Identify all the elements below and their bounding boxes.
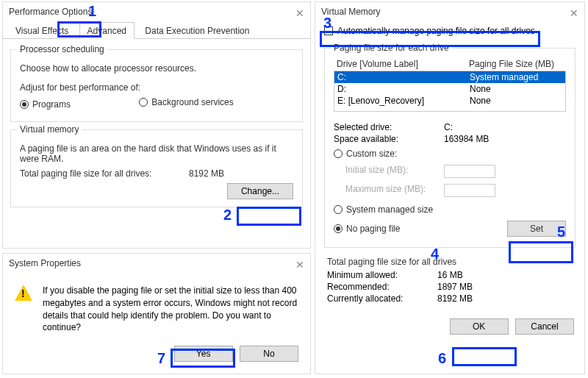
virtual-memory-group: Virtual memory A paging file is an area … (10, 129, 303, 207)
radio-programs[interactable]: Programs (20, 99, 71, 110)
system-managed-label: System managed size (346, 204, 433, 215)
radio-bg-label: Background services (151, 97, 233, 107)
drive-size: System managed (470, 72, 562, 82)
no-paging-label: No paging file (346, 224, 400, 234)
recommended-value: 1897 MB (437, 282, 473, 292)
head-drive: Drive [Volume Label] (337, 59, 469, 69)
perf-title: Performance Options (9, 7, 92, 17)
warning-icon (15, 285, 32, 334)
system-properties-dialog: System Properties ✕ If you disable the p… (2, 253, 311, 374)
drive-size: None (470, 96, 562, 106)
min-allowed-label: Minimum allowed: (327, 270, 437, 280)
close-icon[interactable]: ✕ (295, 255, 304, 274)
tab-visual-effects[interactable]: Visual Effects (7, 22, 76, 39)
processor-scheduling-group: Processor scheduling Choose how to alloc… (10, 49, 303, 122)
set-button[interactable]: Set (507, 221, 566, 237)
maximum-size-input (444, 184, 495, 197)
radio-custom-size[interactable]: Custom size: (334, 149, 397, 159)
sysprop-titlebar: System Properties ✕ (3, 254, 310, 273)
proc-desc: Choose how to allocate processor resourc… (20, 63, 293, 74)
radio-programs-label: Programs (32, 99, 71, 110)
currently-allocated-label: Currently allocated: (327, 293, 437, 304)
proc-adjust: Adjust for best performance of: (20, 82, 293, 93)
tab-advanced[interactable]: Advanced (79, 22, 135, 39)
auto-manage-label: Automatically manage paging file size fo… (337, 26, 535, 36)
tab-dep[interactable]: Data Execution Prevention (137, 22, 257, 39)
drive-size: None (470, 84, 562, 94)
space-available-label: Space available: (334, 134, 444, 144)
perf-titlebar: Performance Options ✕ (3, 2, 310, 21)
drive-row[interactable]: D: None (334, 83, 565, 95)
sysprop-message: If you disable the paging file or set th… (43, 285, 298, 334)
performance-options-window: Performance Options ✕ Visual Effects Adv… (2, 1, 311, 249)
total-legend: Total paging file size for all drives (327, 257, 573, 267)
sysprop-title: System Properties (9, 258, 81, 268)
initial-size-input (444, 165, 495, 178)
initial-size-label: Initial size (MB): (334, 165, 444, 178)
vmem-titlebar: Virtual Memory ✕ (315, 2, 584, 21)
drive-label: E: [Lenovo_Recovery] (337, 96, 470, 106)
radio-system-managed[interactable]: System managed size (334, 204, 433, 215)
auto-manage-checkbox[interactable]: Automatically manage paging file size fo… (324, 26, 576, 36)
drive-label: C: (337, 72, 470, 82)
paging-each-drive-group: Paging file size for each drive Drive [V… (324, 48, 576, 248)
drive-label: D: (337, 84, 470, 94)
custom-size-label: Custom size: (346, 149, 397, 159)
vm-legend: Virtual memory (17, 124, 82, 135)
no-button[interactable]: No (240, 346, 298, 362)
vm-total-label: Total paging file size for all drives: (20, 168, 189, 179)
drive-row[interactable]: C: System managed (334, 71, 565, 83)
radio-no-paging-file[interactable]: No paging file (334, 224, 400, 234)
selected-drive-label: Selected drive: (334, 122, 444, 132)
checkbox-icon (324, 26, 333, 35)
currently-allocated-value: 8192 MB (437, 293, 473, 304)
vm-total-value: 8192 MB (189, 168, 224, 179)
drive-list[interactable]: C: System managed D: None E: [Lenovo_Rec… (334, 71, 566, 112)
min-allowed-value: 16 MB (437, 270, 463, 280)
total-paging-group: Total paging file size for all drives Mi… (324, 254, 576, 308)
vm-desc: A paging file is an area on the hard dis… (20, 143, 284, 164)
close-icon[interactable]: ✕ (295, 4, 304, 23)
head-size: Paging File Size (MB) (469, 59, 563, 69)
close-icon[interactable]: ✕ (570, 4, 578, 23)
perf-tabs: Visual Effects Advanced Data Execution P… (3, 21, 310, 39)
maximum-size-label: Maximum size (MB): (334, 184, 444, 197)
space-available-value: 163984 MB (444, 134, 489, 144)
drive-row[interactable]: E: [Lenovo_Recovery] None (334, 95, 565, 107)
recommended-label: Recommended: (327, 282, 437, 292)
radio-background-services[interactable]: Background services (139, 97, 233, 107)
ok-button[interactable]: OK (450, 318, 509, 335)
virtual-memory-window: Virtual Memory ✕ Automatically manage pa… (315, 1, 585, 374)
yes-button[interactable]: Yes (174, 346, 233, 362)
vmem-title: Virtual Memory (321, 7, 380, 17)
change-button[interactable]: Change... (227, 183, 293, 199)
cancel-button[interactable]: Cancel (515, 318, 574, 335)
each-legend: Paging file size for each drive (331, 43, 452, 53)
drive-list-header: Drive [Volume Label] Paging File Size (M… (334, 57, 566, 71)
proc-legend: Processor scheduling (17, 44, 107, 54)
selected-drive-value: C: (444, 122, 453, 132)
